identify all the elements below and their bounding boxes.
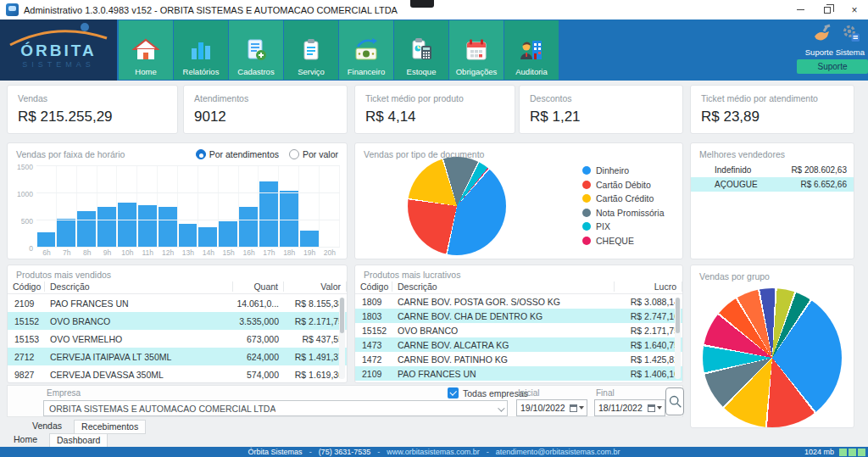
suporte-button[interactable]: Suporte	[797, 59, 868, 74]
bar-7h[interactable]	[57, 165, 77, 247]
column-header-valor[interactable]: Valor	[284, 281, 347, 292]
product-row[interactable]: 1473 CARNE BOV. ALCATRA KG R$ 1.640,75	[355, 337, 682, 352]
doc-type-pie[interactable]	[408, 157, 506, 255]
nav-cadastros[interactable]: Cadastros	[229, 20, 283, 80]
tab-recebimentos[interactable]: Recebimentos	[74, 420, 146, 434]
nav-obrigacoes[interactable]: Obrigações	[449, 20, 504, 80]
product-row[interactable]: 2109 PAO FRANCES UN R$ 1.406,10	[355, 366, 682, 381]
product-row[interactable]: 15152 OVO BRANCO R$ 2.171,75	[355, 323, 682, 337]
footer-website-link[interactable]: www.orbitasistemas.com.br	[387, 448, 480, 456]
legend-cheque[interactable]: CHEQUE	[582, 234, 665, 248]
legend-pix[interactable]: PIX	[582, 220, 665, 234]
support-hand-icon[interactable]	[812, 24, 832, 47]
nav-relatorios[interactable]: Relatórios	[174, 20, 228, 80]
legend-cartao-credito[interactable]: Cartão Crédito	[582, 192, 665, 206]
product-row[interactable]: 15153 OVO VERMELHO 673,000 R$ 437,55	[8, 330, 347, 348]
tab-home[interactable]: Home	[7, 433, 44, 448]
legend-dinheiro[interactable]: Dinheiro	[582, 164, 665, 178]
final-date-input[interactable]: 18/11/2022	[594, 399, 665, 416]
tab-vendas[interactable]: Vendas	[25, 420, 69, 434]
gear-icon[interactable]	[841, 24, 861, 47]
kpi-value: 9012	[194, 109, 337, 125]
nav-auditoria[interactable]: Auditoria	[504, 20, 559, 80]
codigo-cell: 15153	[8, 334, 45, 344]
product-row[interactable]: 2712 CERVEJA ITAIPAVA LT 350ML 624,000 R…	[8, 348, 347, 365]
column-header-codigo[interactable]: Código	[355, 281, 392, 292]
kpi-value: R$ 4,14	[365, 109, 504, 125]
radio-por-valor[interactable]: Por valor	[289, 149, 338, 159]
search-button[interactable]	[665, 387, 684, 415]
nav-estoque[interactable]: Estoque	[394, 20, 448, 80]
radio-por-atendimentos[interactable]: Por atendimentos	[196, 149, 279, 159]
product-row[interactable]: 9827 CERVEJA DEVASSA 350ML 574,000 R$ 1.…	[8, 365, 347, 383]
inicial-date-input[interactable]: 19/10/2022	[516, 399, 587, 416]
scroll-thumb[interactable]	[340, 298, 344, 333]
nav-servico[interactable]: Serviço	[284, 20, 338, 80]
product-row[interactable]: 15152 OVO BRANCO 3.535,000 R$ 2.171,75	[8, 312, 347, 330]
bar-15h[interactable]	[219, 165, 239, 247]
kpi-card-descontos: Descontos R$ 1,21	[519, 85, 683, 134]
legend-nota-promissoria[interactable]: Nota Promissória	[582, 206, 665, 220]
column-header-quant[interactable]: Quant	[233, 281, 284, 292]
x-tick: 6h	[36, 248, 57, 257]
inventory-calculator-icon	[408, 36, 435, 64]
bar-20h[interactable]	[320, 165, 340, 247]
empresa-combobox[interactable]: ORBITA SISTEMAS E AUTOMACAO COMERCIAL LT…	[43, 400, 508, 416]
close-button[interactable]: ×	[841, 0, 868, 20]
column-header-lucro[interactable]: Lucro	[615, 281, 682, 292]
sales-by-group-pie[interactable]	[703, 288, 842, 427]
minimize-button[interactable]	[787, 0, 814, 20]
column-header-descricao[interactable]: Descrição	[392, 281, 615, 292]
screen-notch	[410, 0, 434, 8]
todas-empresas-checkbox[interactable]: Todas empresas	[448, 387, 528, 398]
product-row[interactable]: 1803 CARNE BOV. CHA DE DENTRO KG R$ 2.74…	[355, 309, 682, 323]
bar-chart-icon	[187, 36, 214, 64]
valor-cell: R$ 1.619,30	[279, 370, 347, 380]
seller-row[interactable]: IndefinidoR$ 208.602,63	[691, 163, 854, 177]
legend-cartao-debito[interactable]: Cartão Débito	[582, 178, 665, 192]
nav-home[interactable]: Home	[119, 20, 173, 80]
footer-email-link[interactable]: atendimento@orbitasistemas.com.br	[496, 448, 620, 456]
bar-18h[interactable]	[279, 165, 299, 247]
hourly-sales-panel: Vendas por faixa de horário Por atendime…	[7, 142, 348, 259]
header-bar: ÓRBITA SISTEMAS Home Relatórios Cadastro…	[0, 20, 868, 81]
product-row[interactable]: 2109 PAO FRANCES UN 14.061,0... R$ 8.155…	[8, 294, 347, 312]
nav-label: Estoque	[407, 67, 437, 76]
restore-button[interactable]	[814, 0, 841, 20]
column-header-codigo[interactable]: Código	[8, 281, 45, 292]
bar-17h[interactable]	[259, 165, 279, 247]
products-sold-scrollbar[interactable]	[339, 298, 345, 379]
product-row[interactable]: 1809 CARNE BOV. POSTA GOR. S/OSSO KG R$ …	[355, 294, 682, 309]
bar-19h[interactable]	[299, 165, 320, 247]
bar-9h[interactable]	[97, 165, 118, 247]
minimize-icon	[797, 9, 804, 10]
scroll-thumb[interactable]	[676, 298, 680, 333]
radio-label: Por atendimentos	[209, 149, 279, 159]
x-tick: 16h	[239, 248, 259, 257]
bar-8h[interactable]	[77, 165, 97, 247]
nav-financeiro[interactable]: Financeiro	[339, 20, 393, 80]
gridline	[36, 247, 340, 248]
empresa-label: Empresa	[47, 388, 81, 398]
bar-6h[interactable]	[36, 165, 57, 247]
legend-label: Nota Promissória	[596, 208, 665, 218]
bar-11h[interactable]	[137, 165, 158, 247]
seller-row[interactable]: AÇOUGUER$ 6.652,66	[691, 177, 854, 192]
brand-name: ÓRBITA	[0, 42, 117, 60]
bar-16h[interactable]	[239, 165, 259, 247]
bar-14h[interactable]	[198, 165, 219, 247]
kpi-card-ticket-medio-por-produto: Ticket médio por produto R$ 4,14	[354, 85, 515, 134]
legend-label: Dinheiro	[596, 165, 629, 176]
products-profit-scrollbar[interactable]	[675, 298, 681, 379]
y-tick: 1000	[14, 190, 33, 198]
product-row[interactable]: 1472 CARNE BOV. PATINHO KG R$ 1.425,82	[355, 352, 682, 366]
bar-12h[interactable]	[158, 165, 178, 247]
tab-dashboard[interactable]: Dashboard	[49, 433, 108, 448]
legend-label: PIX	[596, 221, 610, 231]
lucro-cell: R$ 3.088,14	[609, 297, 682, 307]
bar-13h[interactable]	[178, 165, 198, 247]
footer-phone: (75) 3631-7535	[319, 448, 371, 456]
clipboard-icon	[298, 36, 325, 64]
column-header-descricao[interactable]: Descrição	[45, 281, 233, 292]
bar-10h[interactable]	[117, 165, 137, 247]
